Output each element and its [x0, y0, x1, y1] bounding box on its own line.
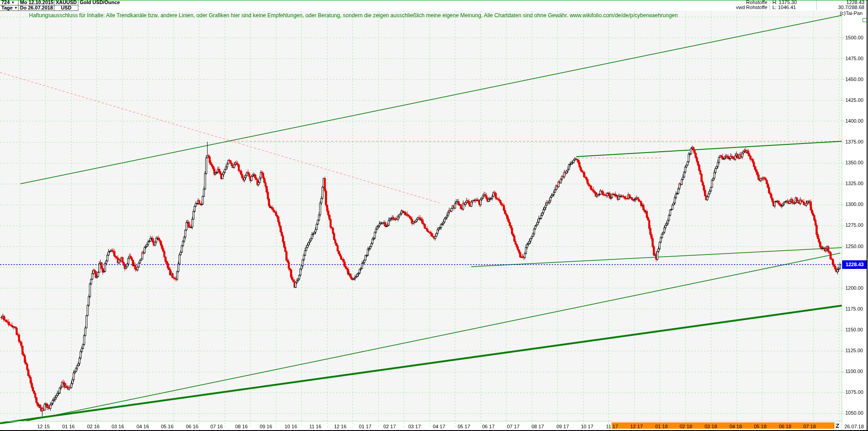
- x-axis-label: 04 18: [729, 424, 742, 429]
- x-axis-label: 02 17: [383, 424, 396, 429]
- instrument-name-spacer: [78, 5, 140, 10]
- y-axis-label: 1275.00: [845, 222, 868, 228]
- low-value: L: 1046.41: [770, 5, 817, 10]
- symbol-column: XAUUSD USD: [54, 0, 78, 11]
- currency-label: USD: [54, 5, 78, 11]
- taipan-chart-window: 724 ▼ Tage ▼ Mo 12.10.2015 Do 26.07.2018…: [0, 0, 868, 431]
- x-axis-label: 01 16: [62, 424, 75, 429]
- price-chart-canvas[interactable]: [0, 0, 868, 431]
- y-axis-label: 1100.00: [845, 369, 868, 374]
- quote-panel: Rohstoffe vwd Rohstoffe H: 1375.30 L: 10…: [703, 0, 867, 10]
- zoom-z-button[interactable]: Z: [836, 423, 839, 429]
- y-axis-label: 1075.00: [845, 389, 868, 395]
- x-axis-label: 07 16: [210, 424, 223, 429]
- x-axis-label: 12 16: [334, 424, 347, 429]
- x-axis-label: 03 16: [111, 424, 124, 429]
- x-axis-label: 05 17: [458, 424, 470, 429]
- y-axis-label: 1350.00: [845, 160, 868, 166]
- y-axis-label: 1250.00: [845, 244, 868, 249]
- y-axis-label: 1300.00: [845, 201, 868, 207]
- x-axis-label: 06 17: [482, 424, 495, 429]
- y-axis-label: 1400.00: [845, 118, 868, 124]
- date-to-field[interactable]: Do 26.07.2018: [19, 5, 54, 11]
- y-axis-label: 1150.00: [845, 327, 868, 333]
- y-axis-label: 1325.00: [845, 181, 868, 187]
- x-axis-label: 08 17: [531, 424, 544, 429]
- x-axis-label: 08 16: [235, 424, 248, 429]
- x-axis-label: 01 17: [359, 424, 371, 429]
- source-label: vwd Rohstoffe: [703, 5, 770, 10]
- x-axis-label: 06 16: [186, 424, 198, 429]
- date-range-column: Mo 12.10.2015 Do 26.07.2018: [19, 0, 54, 11]
- y-axis-label: 1200.00: [845, 285, 868, 291]
- y-axis-label: 1500.00: [845, 35, 868, 41]
- x-axis-label: 04 16: [136, 424, 149, 429]
- chevron-down-icon: ▼: [11, 0, 14, 5]
- disclaimer-text: Haftungsausschluss für Inhalte: Alle Tre…: [29, 12, 709, 19]
- x-axis-label: 10 17: [581, 424, 593, 429]
- x-axis-label: 02 16: [87, 424, 100, 429]
- x-axis-label: 11 16: [309, 424, 322, 429]
- quote-highlow-column: H: 1375.30 L: 1046.41: [770, 0, 817, 10]
- x-axis-label: 10 16: [285, 424, 297, 429]
- x-axis-label: 07 18: [803, 424, 816, 429]
- chart-settings-header: 724 ▼ Tage ▼ Mo 12.10.2015 Do 26.07.2018…: [0, 0, 140, 11]
- x-axis-label: 05 18: [754, 424, 767, 429]
- x-axis-label: 12 17: [630, 424, 643, 429]
- instrument-column: Gold USD/Ounce: [78, 0, 140, 11]
- stats-value: 30.7/288.68: [817, 5, 867, 10]
- last-date-label: 26.07.18: [844, 424, 864, 429]
- top-border-line: [0, 0, 868, 0]
- x-axis-label: 03 18: [704, 424, 717, 429]
- x-axis-label: 03 17: [408, 424, 421, 429]
- y-axis-label: 1375.00: [845, 139, 868, 145]
- period-dropdown[interactable]: Tage ▼: [0, 5, 19, 11]
- chevron-down-icon: ▼: [14, 6, 18, 10]
- y-axis-label: 1475.00: [845, 56, 868, 62]
- x-axis-label: 11 17: [606, 424, 618, 429]
- bars-period-column: 724 ▼ Tage ▼: [0, 0, 19, 11]
- y-axis-label: 1450.00: [845, 77, 868, 82]
- x-axis-label: 09 16: [260, 424, 272, 429]
- x-axis-highlight-band: [612, 422, 834, 429]
- window-right-edge: [867, 0, 868, 431]
- x-axis-label: 09 17: [556, 424, 569, 429]
- quote-category-column: Rohstoffe vwd Rohstoffe: [703, 0, 770, 10]
- x-axis-label: 06 18: [779, 424, 791, 429]
- x-axis-label: 04 17: [433, 424, 445, 429]
- x-axis-label: 12 15: [37, 424, 50, 429]
- copyright-label: (c)Tai-Pan: [840, 10, 863, 16]
- x-axis-label: 07 17: [507, 424, 520, 429]
- y-axis-label: 1125.00: [845, 348, 868, 354]
- quote-last-column: 1228.43 30.7/288.68: [817, 0, 867, 10]
- x-axis-label: 01 18: [655, 424, 668, 429]
- y-axis-label: 1175.00: [845, 306, 868, 312]
- x-axis-label: 05 16: [161, 424, 174, 429]
- y-axis-label: 1050.00: [845, 410, 868, 416]
- y-axis-label: 1425.00: [845, 97, 868, 103]
- instrument-name: Gold USD/Ounce: [78, 0, 140, 5]
- x-axis-label: 02 18: [680, 424, 692, 429]
- current-price-tag: 1228.43: [842, 260, 867, 269]
